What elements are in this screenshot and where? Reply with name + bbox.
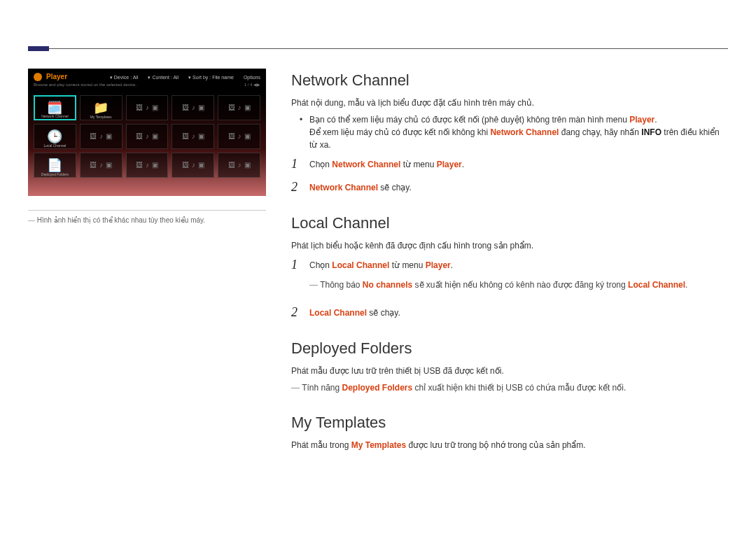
step-number: 2 bbox=[291, 305, 301, 320]
tile-my-templates: 📁 My Templates bbox=[80, 95, 122, 120]
player-badge-icon bbox=[34, 73, 42, 81]
step-number: 1 bbox=[291, 258, 301, 272]
filter-device: ▾ Device : All bbox=[110, 75, 139, 80]
tile-generic: 🖼♪▣ bbox=[218, 153, 260, 178]
lc-intro: Phát lịch biểu hoặc kênh đã được định cấ… bbox=[291, 239, 728, 252]
heading-local-channel: Local Channel bbox=[291, 214, 728, 232]
nc-intro: Phát nội dung, mẫu và lịch biểu được đặt… bbox=[291, 97, 728, 109]
step-number: 1 bbox=[291, 157, 301, 171]
heading-my-templates: My Templates bbox=[291, 414, 728, 432]
filter-content: ▾ Content : All bbox=[148, 75, 178, 80]
step-number: 2 bbox=[291, 180, 301, 195]
heading-deployed-folders: Deployed Folders bbox=[291, 339, 728, 358]
player-title: Player bbox=[46, 73, 67, 80]
header-rule bbox=[28, 42, 728, 49]
filter-sort: ▾ Sort by : File name bbox=[188, 75, 234, 80]
df-note: Tính năng Deployed Folders chỉ xuất hiện… bbox=[291, 381, 728, 394]
tile-generic: 🖼♪▣ bbox=[172, 153, 214, 178]
tile-generic: 🖼♪▣ bbox=[172, 95, 214, 120]
lc-step1: Chọn Local Channel từ menu Player. Thông… bbox=[309, 258, 687, 297]
tile-generic: 🖼♪▣ bbox=[126, 124, 169, 149]
tile-local-channel: 🕒 Local Channel bbox=[34, 124, 76, 149]
options-label: Options bbox=[244, 75, 260, 80]
player-sub-left: Browse and play content stored on the se… bbox=[34, 83, 136, 87]
nc-step1: Chọn Network Channel từ menu Player. bbox=[309, 157, 464, 171]
mt-intro: Phát mẫu trong My Templates được lưu trữ… bbox=[291, 439, 728, 451]
nc-bullet-1: Bạn có thể xem liệu máy chủ có được kết … bbox=[309, 113, 728, 151]
tile-generic: 🖼♪▣ bbox=[218, 124, 260, 149]
nc-step2: Network Channel sẽ chạy. bbox=[309, 180, 412, 194]
screenshot-caption: Hình ảnh hiển thị có thể khác nhau tùy t… bbox=[28, 215, 266, 225]
heading-network-channel: Network Channel bbox=[291, 71, 728, 90]
tile-generic: 🖼♪▣ bbox=[218, 95, 260, 120]
tile-generic: 🖼♪▣ bbox=[126, 153, 169, 178]
tile-generic: 🖼♪▣ bbox=[80, 124, 122, 149]
lc-step2: Local Channel sẽ chạy. bbox=[309, 305, 400, 319]
player-sub-right: 1 / 4 ◀▶ bbox=[244, 83, 260, 87]
tile-generic: 🖼♪▣ bbox=[126, 95, 169, 120]
player-screenshot: Player ▾ Device : All ▾ Content : All ▾ … bbox=[28, 69, 266, 196]
df-intro: Phát mẫu được lưu trữ trên thiết bị USB … bbox=[291, 365, 728, 377]
tile-network-channel: 🗓️ Network Channel bbox=[34, 95, 76, 120]
tile-deployed-folders: 📄 Deployed Folders bbox=[34, 153, 76, 178]
tile-generic: 🖼♪▣ bbox=[172, 124, 214, 149]
tile-generic: 🖼♪▣ bbox=[80, 153, 122, 178]
caption-rule bbox=[28, 210, 266, 211]
